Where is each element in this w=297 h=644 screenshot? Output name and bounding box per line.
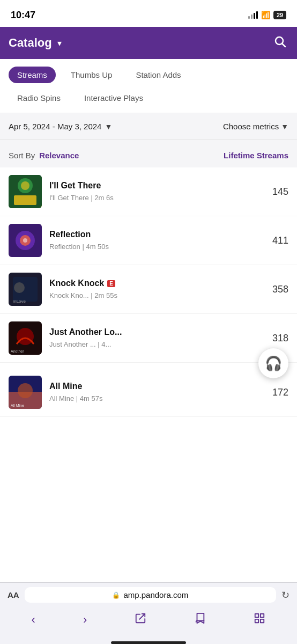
tab-interactive-plays[interactable]: Interactive Plays xyxy=(76,90,152,106)
svg-rect-4 xyxy=(14,195,36,205)
svg-rect-25 xyxy=(255,619,258,623)
status-time: 10:47 xyxy=(11,10,35,21)
lock-icon: 🔒 xyxy=(112,591,120,599)
svg-point-15 xyxy=(17,328,34,345)
track-meta: I'll Get There | 2m 6s xyxy=(49,194,114,202)
track-title-row: I'll Get There xyxy=(49,181,267,191)
track-name: All Mine xyxy=(49,382,82,391)
sort-bar: Sort By Relevance Lifetime Streams xyxy=(0,140,297,167)
browser-bar: AA 🔒 amp.pandora.com ↻ ‹ › xyxy=(0,582,297,644)
url-bar-row: AA 🔒 amp.pandora.com ↻ xyxy=(0,583,297,607)
date-range-picker[interactable]: Apr 5, 2024 - May 3, 2024 ▼ xyxy=(9,122,112,131)
tab-thumbs-up[interactable]: Thumbs Up xyxy=(62,67,121,83)
track-row[interactable]: I'll Get There I'll Get There | 2m 6s 14… xyxy=(0,167,297,216)
explicit-badge: E xyxy=(107,280,115,287)
app-header: Catalog ▾ xyxy=(0,27,297,59)
status-icons: 📶 29 xyxy=(248,11,286,19)
date-range-chevron-icon: ▼ xyxy=(105,122,112,131)
tabs-button[interactable] xyxy=(246,610,273,630)
svg-point-5 xyxy=(21,181,29,190)
track-name: Just Another Lo... xyxy=(49,327,122,337)
forward-button[interactable]: › xyxy=(76,611,94,629)
svg-text:All Mine: All Mine xyxy=(11,404,24,407)
track-name: Reflection xyxy=(49,230,91,239)
track-info: All Mine All Mine | 4m 57s xyxy=(49,382,267,403)
share-button[interactable] xyxy=(127,610,154,630)
svg-rect-24 xyxy=(261,619,264,623)
track-title-row: Just Another Lo... xyxy=(49,327,267,337)
track-count: 411 xyxy=(272,235,288,246)
track-info: I'll Get There I'll Get There | 2m 6s xyxy=(49,181,267,202)
track-info: Reflection Reflection | 4m 50s xyxy=(49,230,267,251)
track-title-row: All Mine xyxy=(49,382,267,391)
aa-label[interactable]: AA xyxy=(8,590,19,599)
url-text: amp.pandora.com xyxy=(123,590,188,599)
choose-metrics-picker[interactable]: Choose metrics ▼ xyxy=(223,122,288,131)
track-thumbnail: Another xyxy=(9,321,42,355)
sort-by-label: Sort By xyxy=(9,151,35,160)
sort-value[interactable]: Relevance xyxy=(39,151,79,160)
date-range-text: Apr 5, 2024 - May 3, 2024 xyxy=(9,122,101,131)
svg-text:mLove: mLove xyxy=(13,299,26,304)
track-info: Knock Knock E Knock Kno... | 2m 55s xyxy=(49,279,267,300)
filter-row-2: Radio Spins Interactive Plays xyxy=(9,90,288,106)
svg-point-9 xyxy=(23,238,27,243)
track-row[interactable]: Another Just Another Lo... Just Another … xyxy=(0,314,297,363)
tab-radio-spins[interactable]: Radio Spins xyxy=(9,90,69,106)
track-count: 145 xyxy=(272,186,288,197)
track-title-row: Reflection xyxy=(49,230,267,239)
catalog-chevron-icon[interactable]: ▾ xyxy=(57,38,62,48)
lifetime-streams-label: Lifetime Streams xyxy=(224,151,288,160)
url-bar[interactable]: 🔒 amp.pandora.com xyxy=(25,587,276,603)
track-name: I'll Get There xyxy=(49,181,101,191)
svg-line-1 xyxy=(283,44,286,47)
track-info: Just Another Lo... Just Another ... | 4.… xyxy=(49,327,267,349)
track-count: 358 xyxy=(272,284,288,295)
track-thumbnail xyxy=(9,224,42,257)
svg-rect-23 xyxy=(261,614,264,617)
back-button[interactable]: ‹ xyxy=(24,611,43,629)
track-title-row: Knock Knock E xyxy=(49,279,267,288)
nav-bar: ‹ › xyxy=(0,607,297,640)
svg-point-19 xyxy=(18,383,33,398)
filter-row-1: Streams Thumbs Up Station Adds xyxy=(9,67,288,83)
track-row[interactable]: All Mine All Mine All Mine | 4m 57s 172 xyxy=(0,368,297,417)
track-meta: All Mine | 4m 57s xyxy=(49,394,102,402)
tab-streams[interactable]: Streams xyxy=(9,67,56,83)
signal-icon xyxy=(248,11,258,19)
status-bar: 10:47 📶 29 xyxy=(0,0,297,27)
home-bar xyxy=(111,641,186,644)
refresh-button[interactable]: ↻ xyxy=(281,589,289,601)
track-row[interactable]: mLove Knock Knock E Knock Kno... | 2m 55… xyxy=(0,265,297,314)
track-thumbnail: All Mine xyxy=(9,376,42,409)
track-thumbnail xyxy=(9,175,42,208)
catalog-title: Catalog xyxy=(9,36,52,50)
bookmark-button[interactable] xyxy=(187,610,213,630)
track-count: 318 xyxy=(272,333,288,344)
track-thumbnail: mLove xyxy=(9,273,42,306)
search-button[interactable] xyxy=(271,33,288,53)
track-name: Knock Knock xyxy=(49,279,104,288)
track-meta: Reflection | 4m 50s xyxy=(49,243,109,251)
choose-metrics-chevron-icon: ▼ xyxy=(281,122,288,131)
controls-bar: Apr 5, 2024 - May 3, 2024 ▼ Choose metri… xyxy=(0,113,297,140)
tab-station-adds[interactable]: Station Adds xyxy=(127,67,189,83)
floating-support-button[interactable]: 🎧 xyxy=(258,348,288,378)
track-meta: Knock Kno... | 2m 55s xyxy=(49,291,117,299)
track-row[interactable]: Reflection Reflection | 4m 50s 411 xyxy=(0,216,297,265)
svg-text:Another: Another xyxy=(11,349,24,353)
filter-section: Streams Thumbs Up Station Adds Radio Spi… xyxy=(0,59,297,113)
svg-rect-22 xyxy=(255,614,258,617)
wifi-icon: 📶 xyxy=(261,11,270,19)
track-list: I'll Get There I'll Get There | 2m 6s 14… xyxy=(0,167,297,417)
track-meta: Just Another ... | 4... xyxy=(49,340,111,348)
header-left[interactable]: Catalog ▾ xyxy=(9,36,62,50)
headphone-icon: 🎧 xyxy=(265,355,282,372)
choose-metrics-text: Choose metrics xyxy=(223,122,279,131)
track-count: 172 xyxy=(272,387,288,398)
battery-badge: 29 xyxy=(273,11,286,19)
svg-point-12 xyxy=(14,282,25,293)
